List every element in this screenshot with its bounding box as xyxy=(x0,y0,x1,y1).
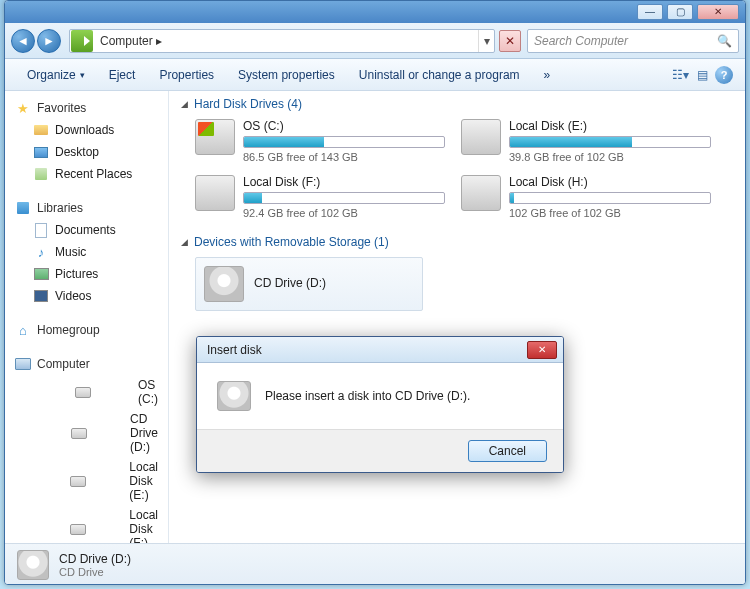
sidebar-item-music[interactable]: ♪Music xyxy=(5,241,168,263)
dialog-close-button[interactable]: ✕ xyxy=(527,341,557,359)
drive-item[interactable]: Local Disk (F:) 92.4 GB free of 102 GB xyxy=(195,175,445,219)
hard-drive-icon xyxy=(461,175,501,211)
folder-icon xyxy=(33,122,49,138)
location-icon xyxy=(71,30,93,52)
desktop-icon xyxy=(33,144,49,160)
help-button[interactable]: ? xyxy=(713,65,735,85)
eject-button[interactable]: Eject xyxy=(97,64,148,86)
hard-drive-icon xyxy=(195,119,235,155)
sidebar-item-disk-e[interactable]: Local Disk (E:) xyxy=(5,457,168,505)
address-bar[interactable]: Computer ▸ ▾ xyxy=(69,29,495,53)
collapse-icon: ◢ xyxy=(181,237,188,247)
star-icon: ★ xyxy=(15,100,31,116)
sidebar-item-downloads[interactable]: Downloads xyxy=(5,119,168,141)
collapse-icon: ◢ xyxy=(181,99,188,109)
sidebar-item-os-c[interactable]: OS (C:) xyxy=(5,375,168,409)
sidebar-item-documents[interactable]: Documents xyxy=(5,219,168,241)
libraries-icon xyxy=(15,200,31,216)
drive-free-text: 86.5 GB free of 143 GB xyxy=(243,151,445,163)
drive-item[interactable]: Local Disk (H:) 102 GB free of 102 GB xyxy=(461,175,711,219)
hard-drive-icon xyxy=(461,119,501,155)
dialog-title: Insert disk xyxy=(203,343,527,357)
hdd-section-header[interactable]: ◢ Hard Disk Drives (4) xyxy=(181,97,733,111)
search-placeholder: Search Computer xyxy=(534,34,717,48)
videos-icon xyxy=(33,288,49,304)
status-title: CD Drive (D:) xyxy=(59,552,131,566)
hard-drive-icon xyxy=(195,175,235,211)
homegroup-icon: ⌂ xyxy=(15,322,31,338)
document-icon xyxy=(33,222,49,238)
computer-group[interactable]: Computer xyxy=(5,353,168,375)
search-icon: 🔍 xyxy=(717,34,732,48)
minimize-button[interactable]: — xyxy=(637,4,663,20)
drive-usage-bar xyxy=(509,192,711,204)
pictures-icon xyxy=(33,266,49,282)
drive-name: Local Disk (E:) xyxy=(509,119,711,133)
drive-name: Local Disk (H:) xyxy=(509,175,711,189)
drive-free-text: 92.4 GB free of 102 GB xyxy=(243,207,445,219)
cd-drive-item[interactable]: CD Drive (D:) xyxy=(195,257,423,311)
status-drive-icon xyxy=(17,550,49,580)
libraries-group[interactable]: Libraries xyxy=(5,197,168,219)
forward-button[interactable]: ► xyxy=(37,29,61,53)
sidebar-item-cd-d[interactable]: CD Drive (D:) xyxy=(5,409,168,457)
maximize-button[interactable]: ▢ xyxy=(667,4,693,20)
favorites-group[interactable]: ★ Favorites xyxy=(5,97,168,119)
drive-free-text: 39.8 GB free of 102 GB xyxy=(509,151,711,163)
drive-icon xyxy=(33,521,123,537)
removable-section-header[interactable]: ◢ Devices with Removable Storage (1) xyxy=(181,235,733,249)
homegroup-group[interactable]: ⌂ Homegroup xyxy=(5,319,168,341)
content-pane: ◢ Hard Disk Drives (4) OS (C:) 86.5 GB f… xyxy=(169,91,745,543)
navigation-pane: ★ Favorites Downloads Desktop Recent Pla… xyxy=(5,91,169,543)
close-button[interactable]: ✕ xyxy=(697,4,739,20)
stop-button[interactable]: ✕ xyxy=(499,30,521,52)
status-bar: CD Drive (D:) CD Drive xyxy=(5,543,745,585)
drive-icon xyxy=(33,384,132,400)
status-subtitle: CD Drive xyxy=(59,566,131,578)
sidebar-item-pictures[interactable]: Pictures xyxy=(5,263,168,285)
drive-icon xyxy=(33,473,123,489)
nav-bar: ◄ ► Computer ▸ ▾ ✕ Search Computer 🔍 xyxy=(5,23,745,59)
cd-icon xyxy=(33,425,124,441)
organize-menu[interactable]: Organize▾ xyxy=(15,64,97,86)
cancel-button[interactable]: Cancel xyxy=(468,440,547,462)
sidebar-item-disk-f[interactable]: Local Disk (F:) xyxy=(5,505,168,543)
explorer-window: — ▢ ✕ ◄ ► Computer ▸ ▾ ✕ Search Computer… xyxy=(4,0,746,585)
insert-disk-dialog: Insert disk ✕ Please insert a disk into … xyxy=(196,336,564,473)
sidebar-item-desktop[interactable]: Desktop xyxy=(5,141,168,163)
recent-icon xyxy=(33,166,49,182)
dialog-cd-icon xyxy=(217,381,251,411)
drive-item[interactable]: OS (C:) 86.5 GB free of 143 GB xyxy=(195,119,445,163)
cd-drive-icon xyxy=(204,266,244,302)
window-titlebar: — ▢ ✕ xyxy=(5,1,745,23)
properties-button[interactable]: Properties xyxy=(147,64,226,86)
drive-usage-bar xyxy=(509,136,711,148)
dialog-message: Please insert a disk into CD Drive (D:). xyxy=(265,389,470,403)
system-properties-button[interactable]: System properties xyxy=(226,64,347,86)
uninstall-button[interactable]: Uninstall or change a program xyxy=(347,64,532,86)
sidebar-item-videos[interactable]: Videos xyxy=(5,285,168,307)
dialog-titlebar: Insert disk ✕ xyxy=(197,337,563,363)
drive-item[interactable]: Local Disk (E:) 39.8 GB free of 102 GB xyxy=(461,119,711,163)
back-button[interactable]: ◄ xyxy=(11,29,35,53)
preview-pane-button[interactable]: ▤ xyxy=(691,65,713,85)
music-icon: ♪ xyxy=(33,244,49,260)
search-box[interactable]: Search Computer 🔍 xyxy=(527,29,739,53)
command-bar: Organize▾ Eject Properties System proper… xyxy=(5,59,745,91)
drive-name: Local Disk (F:) xyxy=(243,175,445,189)
overflow-button[interactable]: » xyxy=(532,64,563,86)
drive-usage-bar xyxy=(243,136,445,148)
sidebar-item-recent[interactable]: Recent Places xyxy=(5,163,168,185)
drive-name: OS (C:) xyxy=(243,119,445,133)
drive-usage-bar xyxy=(243,192,445,204)
drive-free-text: 102 GB free of 102 GB xyxy=(509,207,711,219)
address-dropdown[interactable]: ▾ xyxy=(478,30,494,52)
breadcrumb[interactable]: Computer ▸ xyxy=(94,34,478,48)
computer-icon xyxy=(15,356,31,372)
view-options-button[interactable]: ☷▾ xyxy=(669,65,691,85)
